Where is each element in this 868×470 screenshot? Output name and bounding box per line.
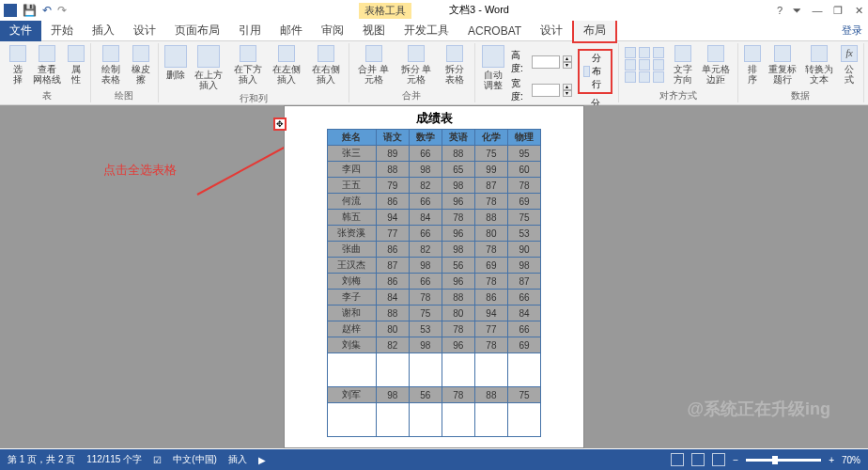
table-select-handle[interactable]: ✥ bbox=[273, 118, 287, 131]
delete-button[interactable]: 删除 bbox=[164, 45, 187, 80]
zoom-slider[interactable] bbox=[746, 459, 821, 462]
height-up-icon[interactable]: ▴ bbox=[563, 55, 572, 62]
menu-file[interactable]: 文件 bbox=[0, 20, 41, 41]
status-spell-icon[interactable]: ☑ bbox=[153, 455, 162, 465]
table-row[interactable]: 李四8898659960 bbox=[328, 162, 541, 178]
table-row[interactable]: 谢和8875809484 bbox=[328, 306, 541, 321]
repeat-header-button[interactable]: 重复标题行 bbox=[767, 45, 798, 85]
table-row[interactable]: 韩五9484788875 bbox=[328, 210, 541, 226]
width-input[interactable] bbox=[532, 84, 560, 97]
table-row[interactable]: 张三8966887595 bbox=[328, 146, 541, 162]
table-row[interactable]: 王汉杰8798566998 bbox=[328, 258, 541, 274]
menu-references[interactable]: 引用 bbox=[229, 20, 271, 41]
eraser-button[interactable]: 橡皮擦 bbox=[131, 45, 151, 85]
insert-above-button[interactable]: 在上方插入 bbox=[193, 45, 226, 90]
menu-mailings[interactable]: 邮件 bbox=[271, 20, 312, 41]
restore-button[interactable]: ❐ bbox=[832, 5, 844, 17]
status-mode[interactable]: 插入 bbox=[228, 453, 247, 466]
watermark: @系统正在升级ing bbox=[687, 398, 830, 420]
word-icon bbox=[4, 4, 17, 17]
status-words[interactable]: 112/115 个字 bbox=[86, 453, 142, 466]
alignment-grid[interactable] bbox=[625, 45, 666, 83]
insert-right-button[interactable]: 在右侧插入 bbox=[309, 45, 343, 85]
autofit-button[interactable]: 自动调整 bbox=[481, 45, 505, 90]
menu-home[interactable]: 开始 bbox=[41, 20, 83, 41]
minimize-button[interactable]: — bbox=[812, 5, 823, 16]
merge-cells-button[interactable]: 合并 单元格 bbox=[355, 45, 392, 85]
login-link[interactable]: 登录 bbox=[842, 24, 862, 38]
insert-left-button[interactable]: 在左侧插入 bbox=[271, 45, 304, 85]
title-bar: 💾 ↶ ↷ 表格工具 文档3 - Word ? ⏷ — ❐ ✕ 登录 bbox=[0, 0, 868, 21]
height-input[interactable] bbox=[532, 55, 560, 69]
menu-table-design[interactable]: 设计 bbox=[531, 20, 572, 41]
table-row[interactable]: 刘集8298967869 bbox=[328, 337, 541, 353]
table-row[interactable]: 何流8666967869 bbox=[328, 194, 541, 210]
menu-acrobat[interactable]: ACROBAT bbox=[458, 22, 531, 40]
ribbon-options-icon[interactable]: ⏷ bbox=[792, 5, 802, 16]
table-row[interactable]: 赵梓8053787766 bbox=[328, 321, 541, 337]
contextual-tab-label: 表格工具 bbox=[359, 3, 411, 19]
menu-design[interactable]: 设计 bbox=[124, 20, 165, 41]
insert-below-button[interactable]: 在下方插入 bbox=[231, 45, 265, 85]
convert-text-button[interactable]: 转换为文本 bbox=[803, 45, 835, 85]
height-down-icon[interactable]: ▾ bbox=[563, 62, 572, 69]
text-direction-button[interactable]: 文字方向 bbox=[672, 45, 695, 85]
page: ✥ 成绩表 姓名语文数学英语化学物理张三8966887595李四88986599… bbox=[284, 105, 584, 448]
qat-save-icon[interactable]: 💾 bbox=[23, 4, 37, 17]
qat-redo-icon[interactable]: ↷ bbox=[57, 4, 67, 17]
dist-rows-icon bbox=[583, 66, 590, 77]
table-row[interactable] bbox=[328, 353, 541, 387]
menu-view[interactable]: 视图 bbox=[353, 20, 395, 41]
zoom-in-button[interactable]: + bbox=[829, 455, 834, 465]
width-up-icon[interactable]: ▴ bbox=[563, 84, 572, 90]
menu-insert[interactable]: 插入 bbox=[83, 20, 124, 41]
menu-table-layout[interactable]: 布局 bbox=[572, 18, 617, 43]
close-button[interactable]: ✕ bbox=[853, 5, 864, 17]
ribbon: 选择 查看 网格线 属性 表 绘制表格 橡皮擦 绘图 删除 在上方插入 在下方插… bbox=[0, 41, 868, 105]
distribute-rows-button[interactable]: 分布行 bbox=[578, 49, 612, 94]
annotation-label: 点击全选表格 bbox=[103, 162, 177, 179]
table-header[interactable]: 姓名 bbox=[328, 130, 377, 146]
view-read-icon[interactable] bbox=[671, 453, 684, 466]
menu-review[interactable]: 审阅 bbox=[312, 20, 353, 41]
sort-button[interactable]: 排序 bbox=[744, 45, 761, 85]
menu-developer[interactable]: 开发工具 bbox=[395, 20, 458, 41]
document-title: 文档3 - Word bbox=[449, 3, 509, 19]
status-macro-icon[interactable]: ▶ bbox=[258, 455, 266, 465]
status-page[interactable]: 第 1 页，共 2 页 bbox=[8, 453, 75, 466]
properties-button[interactable]: 属性 bbox=[68, 45, 85, 85]
table-row[interactable]: 王五7982988778 bbox=[328, 178, 541, 194]
qat-undo-icon[interactable]: ↶ bbox=[42, 4, 52, 17]
menu-pagelayout[interactable]: 页面布局 bbox=[165, 20, 229, 41]
cell-margins-button[interactable]: 单元格 边距 bbox=[701, 45, 732, 85]
help-icon[interactable]: ? bbox=[777, 5, 783, 16]
table-row[interactable]: 刘梅8666967887 bbox=[328, 274, 541, 290]
select-button[interactable]: 选择 bbox=[9, 45, 26, 85]
width-down-icon[interactable]: ▾ bbox=[563, 90, 572, 97]
draw-table-button[interactable]: 绘制表格 bbox=[97, 45, 125, 85]
status-bar: 第 1 页，共 2 页 112/115 个字 ☑ 中文(中国) 插入 ▶ − +… bbox=[0, 449, 868, 470]
table-header[interactable]: 英语 bbox=[442, 130, 474, 146]
gridlines-button[interactable]: 查看 网格线 bbox=[32, 45, 62, 85]
document-area[interactable]: 点击全选表格 ✥ 成绩表 姓名语文数学英语化学物理张三8966887595李四8… bbox=[0, 105, 868, 448]
data-table[interactable]: 姓名语文数学英语化学物理张三8966887595李四8898659960王五79… bbox=[327, 129, 541, 437]
table-row[interactable]: 刘军9856788875 bbox=[328, 387, 541, 403]
zoom-level[interactable]: 70% bbox=[842, 455, 860, 465]
view-print-icon[interactable] bbox=[691, 453, 705, 466]
table-row[interactable]: 张资溪7766968053 bbox=[328, 226, 541, 242]
zoom-out-button[interactable]: − bbox=[733, 455, 738, 465]
split-cells-button[interactable]: 拆分 单元格 bbox=[397, 45, 434, 85]
view-web-icon[interactable] bbox=[712, 453, 725, 466]
split-table-button[interactable]: 拆分表格 bbox=[441, 45, 469, 85]
table-header[interactable]: 化学 bbox=[474, 130, 507, 146]
table-row[interactable]: 张曲8682987890 bbox=[328, 242, 541, 258]
formula-button[interactable]: fx公式 bbox=[841, 45, 858, 85]
table-header[interactable]: 数学 bbox=[409, 130, 442, 146]
status-lang[interactable]: 中文(中国) bbox=[173, 453, 217, 466]
table-header[interactable]: 语文 bbox=[376, 130, 409, 146]
table-row[interactable] bbox=[328, 403, 541, 437]
table-title: 成绩表 bbox=[285, 106, 583, 129]
table-header[interactable]: 物理 bbox=[507, 130, 540, 146]
menu-bar: 文件 开始 插入 设计 页面布局 引用 邮件 审阅 视图 开发工具 ACROBA… bbox=[0, 21, 868, 41]
table-row[interactable]: 李子8478888666 bbox=[328, 290, 541, 306]
